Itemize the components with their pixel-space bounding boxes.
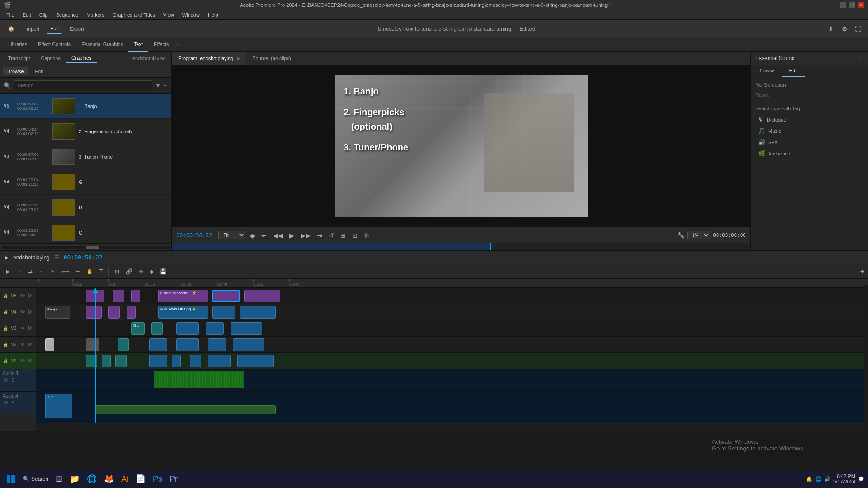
list-item[interactable]: V3 00:00:57:0000:01:02:16 3. Tuner/Phone (0, 144, 171, 169)
clip-v4-long[interactable] (240, 306, 276, 319)
track-mute-a3[interactable]: M (3, 377, 9, 383)
track-mute-v1[interactable]: M (27, 358, 33, 364)
clip-v4-banjo[interactable]: Banjo c... (45, 306, 70, 319)
timeline-scrollbar[interactable] (864, 279, 868, 285)
compare-button[interactable]: ⊡ (350, 231, 359, 240)
track-eye-v5[interactable]: 👁 (19, 293, 26, 299)
notification-center-icon[interactable]: 💬 (858, 476, 864, 482)
markers-button[interactable]: ◆ (147, 267, 156, 276)
lock-icon[interactable]: 🔒 (3, 293, 8, 298)
add-track-button[interactable]: + (860, 267, 864, 276)
sequence-menu-icon[interactable]: ☰ (54, 254, 59, 261)
close-button[interactable]: ✕ (858, 2, 864, 8)
filter-button[interactable]: ▼ (155, 82, 161, 89)
taskbar-illustrator[interactable]: Ai (118, 472, 131, 486)
more-panels-button[interactable]: » (174, 40, 182, 49)
tab-captions[interactable]: Captions (36, 54, 66, 63)
lock-icon[interactable]: 🔒 (3, 310, 8, 314)
subtab-edit[interactable]: Edit (30, 67, 48, 75)
taskbar-clock[interactable]: 6:42 PM 9/17/2024 (833, 474, 855, 484)
add-edit-button[interactable]: ⊕ (137, 267, 146, 276)
rate-stretch-button[interactable]: ↔ (37, 267, 47, 276)
source-monitor-tab[interactable]: Source: (no clips) (246, 52, 297, 65)
clip-v1-2[interactable] (102, 355, 111, 367)
clip-a3-main[interactable] (154, 371, 244, 388)
volume-icon[interactable]: 🔊 (824, 476, 830, 482)
clip-v4-thumb[interactable] (212, 306, 235, 319)
clip-v5-1[interactable] (86, 290, 104, 302)
clip-a4-green[interactable] (95, 405, 276, 414)
clip-v1-3[interactable] (115, 355, 127, 367)
network-icon[interactable]: 🌐 (815, 476, 821, 482)
menu-edit[interactable]: Edit (19, 11, 35, 19)
play-button[interactable]: ▶ (4, 267, 12, 276)
panel-scrollbar[interactable] (0, 243, 171, 250)
lock-icon[interactable]: 🔒 (3, 326, 8, 331)
tab-libraries[interactable]: Libraries (3, 38, 33, 52)
track-mute-v2[interactable]: M (27, 342, 33, 348)
taskbar-search[interactable]: 🔍 Search (20, 472, 51, 486)
tab-essential-graphics[interactable]: Essential Graphics (76, 38, 128, 52)
clip-a4-main[interactable]: ♪ fx (45, 394, 72, 418)
slip-button[interactable]: ⟺ (59, 267, 71, 276)
track-eye-v4[interactable]: 👁 (19, 309, 26, 315)
audio-type-music[interactable]: 🎵 Music (755, 126, 863, 136)
tab-graphics[interactable]: Graphics (66, 53, 97, 63)
auto-save-button[interactable]: 💾 (158, 267, 169, 276)
loop-button[interactable]: ↺ (327, 231, 336, 240)
expand-button[interactable]: ⛶ (853, 23, 863, 34)
browse-tab[interactable]: Browse (751, 65, 782, 77)
clip-v1-5[interactable] (172, 355, 181, 367)
taskbar-widgets[interactable]: ⊞ (53, 472, 65, 486)
tab-transcript[interactable]: Transcript (3, 54, 36, 63)
menu-window[interactable]: Window (179, 11, 203, 19)
edit-tab[interactable]: Edit (47, 24, 62, 34)
menu-markers[interactable]: Markers (83, 11, 108, 19)
clip-v5-long[interactable] (244, 290, 280, 302)
notification-icon[interactable]: 🔔 (806, 476, 812, 482)
list-item[interactable]: V4 00:00:54:1400:01:02:16 2. Fingerpicks… (0, 119, 171, 144)
clip-v2-2[interactable] (118, 338, 129, 351)
taskbar-firefox[interactable]: 🦊 (101, 472, 117, 486)
list-item[interactable]: V4 00:01:23:0200:01:24:25 G (0, 220, 171, 243)
clip-v5-2[interactable] (113, 290, 124, 302)
add-marker-button[interactable]: ◆ (248, 231, 257, 240)
step-forward-button[interactable]: ▶▶ (299, 231, 312, 240)
ripple-edit-button[interactable]: ↔ (14, 267, 24, 276)
clip-v5-3[interactable] (131, 290, 140, 302)
import-tab[interactable]: Import (22, 24, 43, 33)
more-options-button[interactable]: ··· (164, 83, 168, 88)
scroll-track[interactable] (2, 246, 170, 249)
track-mute-v4[interactable]: M (27, 309, 33, 315)
lock-icon[interactable]: 🔒 (3, 342, 8, 347)
start-button[interactable] (4, 472, 18, 486)
clip-v2-white[interactable] (45, 338, 54, 351)
clip-v4-2[interactable] (108, 306, 120, 319)
home-button[interactable]: 🏠 (5, 24, 18, 33)
clip-v1-1[interactable] (86, 355, 97, 367)
audio-type-ambience[interactable]: 🌿 Ambience (755, 149, 863, 158)
tab-effects[interactable]: Effects (148, 38, 174, 52)
taskbar-files[interactable]: 📁 (67, 472, 82, 486)
search-input[interactable] (14, 80, 152, 90)
clip-v4-1[interactable] (86, 306, 102, 319)
track-mute-v5[interactable]: M (27, 293, 33, 299)
clip-v3-g[interactable]: G... (131, 322, 145, 335)
clip-v1-8[interactable] (237, 355, 274, 367)
list-item[interactable]: V4 00:01:21:1100:01:23:02 D (0, 195, 171, 220)
track-eye-v3[interactable]: 👁 (19, 325, 26, 332)
tab-text[interactable]: Text (128, 38, 148, 52)
minimize-button[interactable]: ─ (840, 2, 846, 8)
track-solo-a3[interactable]: S (10, 377, 16, 383)
fit-dropdown[interactable]: Fit 25% 50% 100% (218, 231, 245, 239)
menu-view[interactable]: View (160, 11, 178, 19)
settings-monitor-button[interactable]: ⚙ (362, 231, 372, 240)
quality-dropdown[interactable]: 1/4 1/2 Full (687, 231, 710, 239)
clip-v1-4[interactable] (149, 355, 167, 367)
safe-margins-button[interactable]: ⊞ (339, 231, 348, 240)
pen-button[interactable]: ✒ (73, 267, 82, 276)
subtab-browse[interactable]: Browse (3, 67, 28, 75)
clip-v4-mvl[interactable]: MVI_0345.MP4 [V] ⚡ (158, 306, 208, 319)
edit-tab[interactable]: Edit (782, 65, 805, 77)
track-eye-v1[interactable]: 👁 (19, 358, 26, 364)
